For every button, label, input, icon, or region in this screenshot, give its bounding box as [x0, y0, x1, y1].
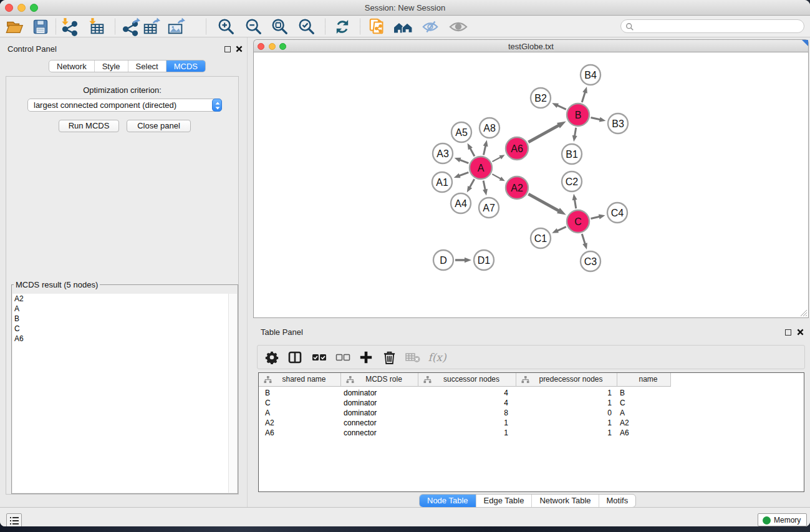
edge-A-A2[interactable]: [492, 174, 501, 179]
edge-B-B4[interactable]: [582, 92, 585, 102]
control-panel-close-icon[interactable]: [236, 46, 243, 52]
run-mcds-button[interactable]: Run MCDS: [59, 120, 119, 132]
network-canvas[interactable]: AA1A2A3A4A5A6A7A8BB1B2B3B4CC1C2C3C4DD1: [253, 52, 809, 318]
node-table[interactable]: shared nameMCDS rolesuccessor nodesprede…: [258, 372, 804, 492]
close-panel-button[interactable]: Close panel: [127, 120, 191, 132]
clone-network-button[interactable]: [366, 17, 388, 37]
tab-network-table[interactable]: Network Table: [532, 495, 599, 507]
table-panel-float-button[interactable]: [785, 329, 791, 336]
table-row[interactable]: A6connector11A6: [259, 428, 671, 438]
edge-A-A3[interactable]: [459, 160, 468, 163]
tab-style[interactable]: Style: [95, 60, 128, 72]
edge-C-C4[interactable]: [591, 216, 600, 218]
search-input[interactable]: [620, 19, 804, 33]
export-table-button[interactable]: [140, 17, 162, 37]
mcds-result-item[interactable]: C: [12, 324, 237, 334]
eye-icon: [448, 17, 468, 36]
edge-C-C1[interactable]: [557, 227, 566, 231]
edge-C-C2[interactable]: [574, 199, 576, 209]
task-history-button[interactable]: [6, 513, 22, 526]
resize-grip-icon[interactable]: [799, 308, 808, 317]
table-row[interactable]: Cdominator41C: [259, 398, 671, 408]
edge-B-B1[interactable]: [574, 128, 576, 137]
control-panel-float-button[interactable]: [224, 46, 231, 52]
function-builder-button[interactable]: f(x): [427, 347, 448, 368]
split-divider[interactable]: [247, 37, 248, 507]
save-session-button[interactable]: [29, 17, 52, 37]
import-table-button[interactable]: [85, 17, 108, 37]
network-window-titlebar[interactable]: testGlobe.txt: [253, 39, 809, 52]
column-header-name[interactable]: name: [617, 373, 671, 387]
edge-A-A8[interactable]: [483, 145, 486, 155]
show-columns-button[interactable]: [284, 347, 306, 368]
open-session-button[interactable]: [3, 17, 26, 37]
export-image-button[interactable]: [165, 17, 187, 37]
table-row[interactable]: A2connector11A2: [259, 418, 671, 428]
table-panel-close-icon[interactable]: [797, 329, 804, 336]
graph-node-label: C4: [611, 208, 624, 218]
edge-arrowhead: [599, 215, 605, 220]
edge-A6-B[interactable]: [528, 125, 559, 142]
table-cell: 0: [516, 408, 617, 418]
zoom-out-button[interactable]: [243, 17, 265, 37]
window-titlebar[interactable]: Session: New Session: [0, 0, 810, 16]
edge-arrowhead: [599, 117, 606, 122]
table-cell: A: [259, 408, 341, 418]
select-all-icon: [312, 350, 327, 365]
edge-A-A6[interactable]: [493, 157, 501, 162]
add-column-button[interactable]: [355, 347, 377, 368]
column-header-shared-name[interactable]: shared name: [259, 373, 341, 387]
mcds-result-item[interactable]: A6: [12, 334, 237, 344]
delete-table-button[interactable]: [402, 347, 423, 368]
edge-B-B2[interactable]: [557, 105, 566, 109]
tab-network[interactable]: Network: [49, 60, 95, 72]
table-cell: connector: [341, 418, 418, 428]
export-network-button[interactable]: [120, 17, 142, 37]
mcds-result-item[interactable]: B: [12, 314, 237, 324]
optimization-dropdown[interactable]: largest connected component (directed): [27, 99, 222, 112]
unselect-all-button[interactable]: [332, 347, 354, 368]
window-title: Session: New Session: [0, 3, 810, 12]
status-bar: Memory: [0, 507, 810, 526]
graph-node-label: C1: [534, 233, 547, 244]
zoom-in-button[interactable]: [215, 17, 238, 37]
graph-node-label: A4: [455, 198, 467, 209]
table-settings-button[interactable]: [261, 347, 282, 368]
edge-A-A5[interactable]: [470, 148, 475, 157]
tab-node-table[interactable]: Node Table: [420, 495, 476, 507]
table-cell: 4: [418, 398, 516, 408]
zoom-fit-button[interactable]: [269, 17, 291, 37]
column-header-successor-nodes[interactable]: successor nodes: [418, 373, 516, 387]
edge-B-B3[interactable]: [591, 117, 601, 120]
mcds-result-item[interactable]: A: [12, 304, 237, 314]
mcds-result-item[interactable]: A2: [12, 294, 237, 304]
hide-graphics-button[interactable]: [419, 17, 441, 37]
edge-A-A4[interactable]: [470, 179, 475, 188]
memory-button[interactable]: Memory: [758, 513, 807, 526]
mcds-result-list[interactable]: A2ABCA6: [12, 294, 237, 493]
import-network-button[interactable]: [58, 17, 80, 37]
table-cell: A2: [259, 418, 341, 428]
tab-motifs[interactable]: Motifs: [599, 495, 636, 507]
table-row[interactable]: Bdominator41B: [259, 388, 671, 398]
refresh-button[interactable]: [331, 17, 354, 37]
tab-select[interactable]: Select: [128, 60, 166, 72]
table-cell: C: [617, 398, 671, 408]
show-graphics-button[interactable]: [447, 17, 470, 37]
tab-mcds[interactable]: MCDS: [166, 60, 205, 72]
select-all-button[interactable]: [309, 347, 330, 368]
delete-column-button[interactable]: [378, 347, 400, 368]
edge-A2-C[interactable]: [528, 194, 559, 211]
zoom-selected-button[interactable]: [296, 17, 318, 37]
mcds-result-scrollbar[interactable]: [228, 294, 237, 493]
tab-edge-table[interactable]: Edge Table: [476, 495, 533, 507]
edge-A-A1[interactable]: [458, 172, 468, 176]
zoom-fit-icon: [271, 17, 289, 36]
edge-C-C3[interactable]: [582, 234, 585, 244]
column-header-predecessor-nodes[interactable]: predecessor nodes: [516, 373, 617, 387]
home-button[interactable]: [392, 17, 415, 37]
table-row[interactable]: Adominator80A: [259, 408, 671, 418]
export-image-icon: [166, 17, 185, 36]
column-header-MCDS-role[interactable]: MCDS role: [341, 373, 418, 387]
edge-A-A7[interactable]: [483, 181, 485, 191]
